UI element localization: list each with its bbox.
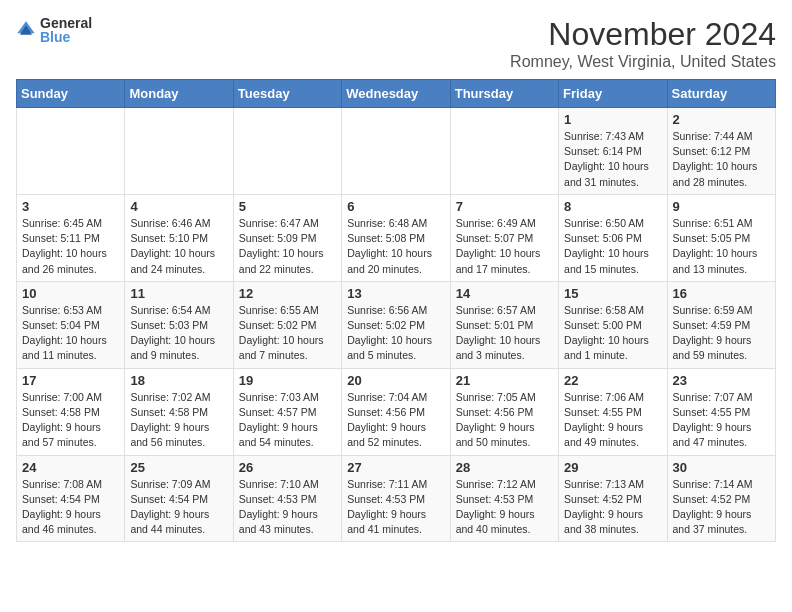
day-info: Sunrise: 6:46 AM Sunset: 5:10 PM Dayligh…	[130, 216, 227, 277]
day-info: Sunrise: 7:00 AM Sunset: 4:58 PM Dayligh…	[22, 390, 119, 451]
weekday-header-row: SundayMondayTuesdayWednesdayThursdayFrid…	[17, 80, 776, 108]
calendar-cell: 2Sunrise: 7:44 AM Sunset: 6:12 PM Daylig…	[667, 108, 775, 195]
day-info: Sunrise: 7:06 AM Sunset: 4:55 PM Dayligh…	[564, 390, 661, 451]
calendar-cell: 24Sunrise: 7:08 AM Sunset: 4:54 PM Dayli…	[17, 455, 125, 542]
day-number: 4	[130, 199, 227, 214]
day-number: 10	[22, 286, 119, 301]
weekday-header-sunday: Sunday	[17, 80, 125, 108]
day-number: 23	[673, 373, 770, 388]
calendar-week-5: 24Sunrise: 7:08 AM Sunset: 4:54 PM Dayli…	[17, 455, 776, 542]
day-number: 19	[239, 373, 336, 388]
month-title: November 2024	[510, 16, 776, 53]
day-info: Sunrise: 6:51 AM Sunset: 5:05 PM Dayligh…	[673, 216, 770, 277]
day-info: Sunrise: 7:03 AM Sunset: 4:57 PM Dayligh…	[239, 390, 336, 451]
day-info: Sunrise: 6:56 AM Sunset: 5:02 PM Dayligh…	[347, 303, 444, 364]
calendar-cell	[233, 108, 341, 195]
day-number: 13	[347, 286, 444, 301]
calendar-cell: 7Sunrise: 6:49 AM Sunset: 5:07 PM Daylig…	[450, 194, 558, 281]
day-number: 22	[564, 373, 661, 388]
location-title: Romney, West Virginia, United States	[510, 53, 776, 71]
day-info: Sunrise: 6:58 AM Sunset: 5:00 PM Dayligh…	[564, 303, 661, 364]
calendar-cell: 11Sunrise: 6:54 AM Sunset: 5:03 PM Dayli…	[125, 281, 233, 368]
day-number: 6	[347, 199, 444, 214]
day-number: 2	[673, 112, 770, 127]
calendar-week-3: 10Sunrise: 6:53 AM Sunset: 5:04 PM Dayli…	[17, 281, 776, 368]
calendar-cell: 22Sunrise: 7:06 AM Sunset: 4:55 PM Dayli…	[559, 368, 667, 455]
logo-general: General	[40, 16, 92, 30]
calendar-cell: 16Sunrise: 6:59 AM Sunset: 4:59 PM Dayli…	[667, 281, 775, 368]
day-number: 25	[130, 460, 227, 475]
day-number: 18	[130, 373, 227, 388]
day-number: 16	[673, 286, 770, 301]
day-info: Sunrise: 7:07 AM Sunset: 4:55 PM Dayligh…	[673, 390, 770, 451]
day-number: 29	[564, 460, 661, 475]
day-number: 15	[564, 286, 661, 301]
day-number: 21	[456, 373, 553, 388]
header: General Blue November 2024 Romney, West …	[16, 16, 776, 71]
calendar-cell: 21Sunrise: 7:05 AM Sunset: 4:56 PM Dayli…	[450, 368, 558, 455]
calendar-cell: 1Sunrise: 7:43 AM Sunset: 6:14 PM Daylig…	[559, 108, 667, 195]
calendar-cell: 26Sunrise: 7:10 AM Sunset: 4:53 PM Dayli…	[233, 455, 341, 542]
day-number: 3	[22, 199, 119, 214]
calendar-cell: 8Sunrise: 6:50 AM Sunset: 5:06 PM Daylig…	[559, 194, 667, 281]
day-info: Sunrise: 7:13 AM Sunset: 4:52 PM Dayligh…	[564, 477, 661, 538]
day-number: 12	[239, 286, 336, 301]
day-info: Sunrise: 7:44 AM Sunset: 6:12 PM Dayligh…	[673, 129, 770, 190]
calendar-week-1: 1Sunrise: 7:43 AM Sunset: 6:14 PM Daylig…	[17, 108, 776, 195]
day-info: Sunrise: 7:04 AM Sunset: 4:56 PM Dayligh…	[347, 390, 444, 451]
day-info: Sunrise: 7:12 AM Sunset: 4:53 PM Dayligh…	[456, 477, 553, 538]
calendar-cell: 18Sunrise: 7:02 AM Sunset: 4:58 PM Dayli…	[125, 368, 233, 455]
day-number: 20	[347, 373, 444, 388]
logo-icon	[16, 20, 36, 40]
calendar-week-4: 17Sunrise: 7:00 AM Sunset: 4:58 PM Dayli…	[17, 368, 776, 455]
day-number: 28	[456, 460, 553, 475]
calendar-cell: 30Sunrise: 7:14 AM Sunset: 4:52 PM Dayli…	[667, 455, 775, 542]
day-info: Sunrise: 6:45 AM Sunset: 5:11 PM Dayligh…	[22, 216, 119, 277]
day-number: 8	[564, 199, 661, 214]
logo-blue: Blue	[40, 30, 92, 44]
calendar-cell	[450, 108, 558, 195]
weekday-header-wednesday: Wednesday	[342, 80, 450, 108]
day-info: Sunrise: 7:10 AM Sunset: 4:53 PM Dayligh…	[239, 477, 336, 538]
calendar-cell: 5Sunrise: 6:47 AM Sunset: 5:09 PM Daylig…	[233, 194, 341, 281]
weekday-header-monday: Monday	[125, 80, 233, 108]
weekday-header-friday: Friday	[559, 80, 667, 108]
calendar-cell: 13Sunrise: 6:56 AM Sunset: 5:02 PM Dayli…	[342, 281, 450, 368]
day-info: Sunrise: 7:05 AM Sunset: 4:56 PM Dayligh…	[456, 390, 553, 451]
weekday-header-thursday: Thursday	[450, 80, 558, 108]
day-info: Sunrise: 7:02 AM Sunset: 4:58 PM Dayligh…	[130, 390, 227, 451]
calendar-cell: 14Sunrise: 6:57 AM Sunset: 5:01 PM Dayli…	[450, 281, 558, 368]
day-number: 27	[347, 460, 444, 475]
calendar-week-2: 3Sunrise: 6:45 AM Sunset: 5:11 PM Daylig…	[17, 194, 776, 281]
calendar-cell: 29Sunrise: 7:13 AM Sunset: 4:52 PM Dayli…	[559, 455, 667, 542]
logo: General Blue	[16, 16, 92, 44]
weekday-header-saturday: Saturday	[667, 80, 775, 108]
day-info: Sunrise: 7:08 AM Sunset: 4:54 PM Dayligh…	[22, 477, 119, 538]
day-info: Sunrise: 7:14 AM Sunset: 4:52 PM Dayligh…	[673, 477, 770, 538]
day-info: Sunrise: 6:53 AM Sunset: 5:04 PM Dayligh…	[22, 303, 119, 364]
calendar-cell: 9Sunrise: 6:51 AM Sunset: 5:05 PM Daylig…	[667, 194, 775, 281]
calendar-cell: 12Sunrise: 6:55 AM Sunset: 5:02 PM Dayli…	[233, 281, 341, 368]
day-info: Sunrise: 7:09 AM Sunset: 4:54 PM Dayligh…	[130, 477, 227, 538]
calendar-cell: 4Sunrise: 6:46 AM Sunset: 5:10 PM Daylig…	[125, 194, 233, 281]
day-info: Sunrise: 6:48 AM Sunset: 5:08 PM Dayligh…	[347, 216, 444, 277]
calendar-cell: 19Sunrise: 7:03 AM Sunset: 4:57 PM Dayli…	[233, 368, 341, 455]
logo-text: General Blue	[40, 16, 92, 44]
calendar-cell: 6Sunrise: 6:48 AM Sunset: 5:08 PM Daylig…	[342, 194, 450, 281]
day-number: 7	[456, 199, 553, 214]
day-info: Sunrise: 7:11 AM Sunset: 4:53 PM Dayligh…	[347, 477, 444, 538]
calendar-cell: 28Sunrise: 7:12 AM Sunset: 4:53 PM Dayli…	[450, 455, 558, 542]
day-info: Sunrise: 6:50 AM Sunset: 5:06 PM Dayligh…	[564, 216, 661, 277]
calendar-cell: 17Sunrise: 7:00 AM Sunset: 4:58 PM Dayli…	[17, 368, 125, 455]
calendar-cell: 15Sunrise: 6:58 AM Sunset: 5:00 PM Dayli…	[559, 281, 667, 368]
day-info: Sunrise: 7:43 AM Sunset: 6:14 PM Dayligh…	[564, 129, 661, 190]
calendar-cell	[125, 108, 233, 195]
day-info: Sunrise: 6:47 AM Sunset: 5:09 PM Dayligh…	[239, 216, 336, 277]
weekday-header-tuesday: Tuesday	[233, 80, 341, 108]
calendar-cell: 23Sunrise: 7:07 AM Sunset: 4:55 PM Dayli…	[667, 368, 775, 455]
day-info: Sunrise: 6:49 AM Sunset: 5:07 PM Dayligh…	[456, 216, 553, 277]
day-number: 11	[130, 286, 227, 301]
day-info: Sunrise: 6:55 AM Sunset: 5:02 PM Dayligh…	[239, 303, 336, 364]
calendar-cell: 10Sunrise: 6:53 AM Sunset: 5:04 PM Dayli…	[17, 281, 125, 368]
day-number: 17	[22, 373, 119, 388]
